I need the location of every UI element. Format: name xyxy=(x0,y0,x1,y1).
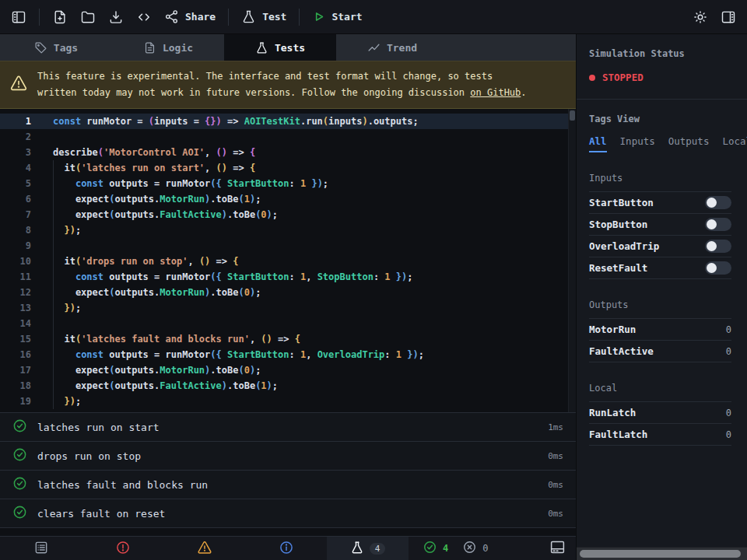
info-button[interactable] xyxy=(245,537,327,560)
toggle-knob xyxy=(707,263,717,273)
code-line-6[interactable]: 6 expect(outputs.MotorRun).toBe(1); xyxy=(0,191,576,207)
line-number: 13 xyxy=(0,300,40,316)
toggle-resetfault[interactable] xyxy=(705,261,731,275)
code-line-10[interactable]: 10 it('drops run on stop', () => { xyxy=(0,254,576,269)
toggle-knob xyxy=(707,219,717,229)
test-result-row[interactable]: latches run on start1ms xyxy=(0,412,576,441)
test-result-row[interactable]: drops run on stop0ms xyxy=(0,441,576,470)
warnings-button[interactable] xyxy=(163,537,245,560)
code-view-button[interactable] xyxy=(136,9,152,25)
tags-view-tab-outputs[interactable]: Outputs xyxy=(668,135,710,152)
code-text: expect(outputs.FaultActive).toBe(0); xyxy=(40,207,278,222)
new-file-button[interactable] xyxy=(52,9,68,25)
tab-logic[interactable]: Logic xyxy=(112,34,224,61)
theme-toggle-button[interactable] xyxy=(693,9,708,25)
start-label: Start xyxy=(331,11,362,23)
code-line-1[interactable]: 1const runMotor = (inputs = {}) => AOITe… xyxy=(0,114,576,129)
tab-trend[interactable]: Trend xyxy=(336,34,448,61)
check-circle-icon xyxy=(12,418,27,436)
indent-guide xyxy=(53,160,54,409)
log-button[interactable] xyxy=(0,537,82,560)
code-text: describe('MotorControl AOI', () => { xyxy=(40,145,255,160)
passed-tests-indicator[interactable]: 4 xyxy=(423,537,448,560)
code-text: it('latches fault and blocks run', () =>… xyxy=(40,331,300,347)
code-text: expect(outputs.MotorRun).toBe(0); xyxy=(40,285,261,300)
simulation-status-header: Simulation Status xyxy=(589,48,731,59)
tags-view-tab-all[interactable]: All xyxy=(589,135,607,152)
code-line-9[interactable]: 9 xyxy=(0,238,576,254)
code-line-16[interactable]: 16 const outputs = runMotor({ StartButto… xyxy=(0,347,576,362)
tags-view-tab-local[interactable]: Local xyxy=(722,135,747,152)
test-code-editor[interactable]: 1const runMotor = (inputs = {}) => AOITe… xyxy=(0,109,576,412)
start-simulation-button[interactable]: Start xyxy=(312,10,362,23)
line-number: 10 xyxy=(0,254,40,269)
editor-vertical-scrollbar[interactable] xyxy=(568,109,576,412)
test-name: latches fault and blocks run xyxy=(37,479,538,491)
code-text: const outputs = runMotor({ StartButton: … xyxy=(40,347,424,362)
code-line-12[interactable]: 12 expect(outputs.MotorRun).toBe(0); xyxy=(0,285,576,300)
test-result-row[interactable]: clears fault on reset0ms xyxy=(0,499,576,527)
share-label: Share xyxy=(185,11,216,23)
line-number: 8 xyxy=(0,222,40,238)
input-tag-row: ResetFault xyxy=(589,257,731,278)
code-line-11[interactable]: 11 const outputs = runMotor({ StartButto… xyxy=(0,269,576,285)
test-result-row[interactable]: latches fault and blocks run0ms xyxy=(0,470,576,499)
line-number: 5 xyxy=(0,176,40,191)
tab-bar: Tags Logic Tests Trend xyxy=(0,34,576,61)
scrollbar-thumb[interactable] xyxy=(570,110,575,121)
test-duration: 1ms xyxy=(548,422,563,432)
tab-tests[interactable]: Tests xyxy=(224,34,336,61)
test-name: clears fault on reset xyxy=(37,508,538,520)
line-number: 16 xyxy=(0,347,40,362)
tab-label: Tags xyxy=(54,42,78,54)
run-test-button[interactable]: Test xyxy=(241,9,286,24)
code-line-18[interactable]: 18 expect(outputs.FaultActive).toBe(1); xyxy=(0,378,576,394)
tests-count-button[interactable]: 4 xyxy=(327,537,409,560)
file-plus-icon xyxy=(52,9,68,25)
tags-view-tab-inputs[interactable]: Inputs xyxy=(620,135,655,152)
code-line-7[interactable]: 7 expect(outputs.FaultActive).toBe(0); xyxy=(0,207,576,222)
test-results-list: latches run on start1msdrops run on stop… xyxy=(0,412,576,528)
outputs-header: Outputs xyxy=(589,299,731,318)
code-line-2[interactable]: 2 xyxy=(0,129,576,145)
code-text xyxy=(40,129,53,145)
errors-button[interactable] xyxy=(82,537,163,560)
toggle-overloadtrip[interactable] xyxy=(705,240,731,253)
code-text: const runMotor = (inputs = {}) => AOITes… xyxy=(40,114,419,129)
share-button[interactable]: Share xyxy=(164,9,216,24)
code-line-5[interactable]: 5 const outputs = runMotor({ StartButton… xyxy=(0,176,576,191)
toggle-bottom-panel-button[interactable] xyxy=(549,537,566,560)
line-number: 9 xyxy=(0,238,40,254)
experimental-warning-banner: This feature is experimental. The interf… xyxy=(0,61,576,109)
sun-icon xyxy=(693,9,708,25)
download-button[interactable] xyxy=(108,9,124,25)
open-folder-button[interactable] xyxy=(80,9,96,25)
code-line-4[interactable]: 4 it('latches run on start', () => { xyxy=(0,160,576,176)
toggle-stopbutton[interactable] xyxy=(705,218,731,231)
toolbar-separator xyxy=(39,9,40,26)
code-line-17[interactable]: 17 expect(outputs.MotorRun).toBe(0); xyxy=(0,362,576,378)
github-link[interactable]: on GitHub xyxy=(470,87,521,98)
tab-tags[interactable]: Tags xyxy=(0,34,112,61)
code-line-15[interactable]: 15 it('latches fault and blocks run', ()… xyxy=(0,331,576,347)
code-line-3[interactable]: 3describe('MotorControl AOI', () => { xyxy=(0,145,576,160)
code-line-8[interactable]: 8 }); xyxy=(0,222,576,238)
sidebar-horizontal-scrollbar[interactable] xyxy=(577,547,747,560)
code-line-19[interactable]: 19 }); xyxy=(0,394,576,409)
code-text: const outputs = runMotor({ StartButton: … xyxy=(40,269,412,285)
scrollbar-thumb[interactable] xyxy=(580,550,741,558)
toggle-startbutton[interactable] xyxy=(705,196,731,209)
check-circle-icon xyxy=(12,447,27,465)
code-text xyxy=(40,238,53,254)
code-line-14[interactable]: 14 xyxy=(0,316,576,331)
failed-tests-indicator[interactable]: 0 xyxy=(462,537,488,560)
folder-icon xyxy=(80,9,96,25)
code-line-13[interactable]: 13 }); xyxy=(0,300,576,316)
test-duration: 0ms xyxy=(548,451,563,461)
status-value: STOPPED xyxy=(602,72,644,83)
toggle-left-panel-button[interactable] xyxy=(11,9,26,25)
code-text: }); xyxy=(40,300,81,316)
toolbar-separator xyxy=(299,9,300,26)
panel-bottom-icon xyxy=(549,539,566,558)
toggle-right-panel-button[interactable] xyxy=(721,9,736,25)
